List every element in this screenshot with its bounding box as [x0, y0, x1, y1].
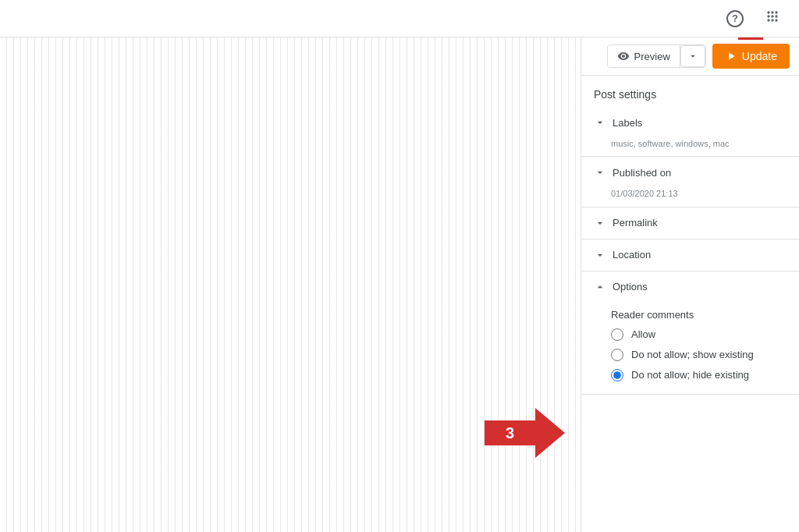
published-section: Published on 01/03/2020 21:13	[581, 157, 799, 207]
labels-title: Labels	[613, 117, 642, 129]
no-hide-radio[interactable]	[611, 369, 623, 381]
top-bar: ?	[0, 0, 799, 37]
no-show-label: Do not allow; show existing	[631, 349, 754, 360]
help-icon: ?	[726, 10, 744, 27]
no-hide-label: Do not allow; hide existing	[631, 369, 749, 381]
options-title: Options	[613, 281, 648, 293]
permalink-header[interactable]: Permalink	[581, 207, 799, 239]
main-layout: 3 Preview Update	[0, 37, 799, 532]
annotation-4: 4	[727, 37, 774, 40]
permalink-section: Permalink	[581, 207, 799, 239]
permalink-title: Permalink	[613, 217, 658, 229]
no-hide-option[interactable]: Do not allow; hide existing	[611, 369, 787, 381]
sidebar-content: Post settings Labels music, software, wi…	[581, 76, 799, 532]
location-header[interactable]: Location	[581, 239, 799, 271]
update-label: Update	[742, 50, 777, 62]
location-chevron-icon	[594, 249, 606, 261]
published-chevron-icon	[594, 166, 606, 179]
location-title: Location	[613, 249, 651, 261]
apps-icon	[765, 9, 780, 28]
location-section: Location	[581, 239, 799, 271]
no-show-option[interactable]: Do not allow; show existing	[611, 349, 787, 361]
labels-section: Labels music, software, windows, mac	[581, 107, 799, 157]
preview-button[interactable]: Preview	[608, 45, 680, 67]
help-button[interactable]: ?	[721, 5, 749, 33]
options-chevron-icon	[594, 281, 606, 293]
options-content: Reader comments Allow Do not allow; show…	[581, 303, 799, 394]
labels-header[interactable]: Labels	[581, 107, 799, 138]
chevron-down-icon	[687, 51, 698, 62]
published-title: Published on	[613, 167, 671, 179]
labels-chevron-icon	[594, 116, 606, 129]
labels-subtitle: music, software, windows, mac	[581, 138, 799, 156]
sidebar-toolbar: Preview Update 4	[581, 37, 799, 76]
no-show-radio[interactable]	[611, 349, 623, 361]
update-icon	[725, 50, 737, 62]
published-subtitle: 01/03/2020 21:13	[581, 188, 799, 206]
reader-comments-radio-group: Allow Do not allow; show existing Do not…	[594, 328, 787, 381]
preview-label: Preview	[634, 51, 670, 62]
apps-button[interactable]	[758, 5, 787, 33]
options-header[interactable]: Options	[581, 271, 799, 303]
editor-area[interactable]: 3	[0, 37, 581, 532]
eye-icon	[617, 50, 630, 62]
post-settings-title: Post settings	[581, 76, 799, 107]
permalink-chevron-icon	[594, 217, 606, 229]
reader-comments-label: Reader comments	[594, 303, 787, 328]
editor-lines-pattern	[0, 37, 581, 532]
preview-dropdown-button[interactable]	[680, 45, 705, 67]
sidebar: Preview Update 4 Post settings	[581, 37, 799, 532]
update-button[interactable]: Update 4	[712, 44, 790, 69]
options-section: Options Reader comments Allow Do not all…	[581, 271, 799, 395]
published-header[interactable]: Published on	[581, 157, 799, 188]
allow-radio[interactable]	[611, 328, 623, 341]
allow-label: Allow	[631, 328, 655, 340]
allow-option[interactable]: Allow	[611, 328, 787, 341]
